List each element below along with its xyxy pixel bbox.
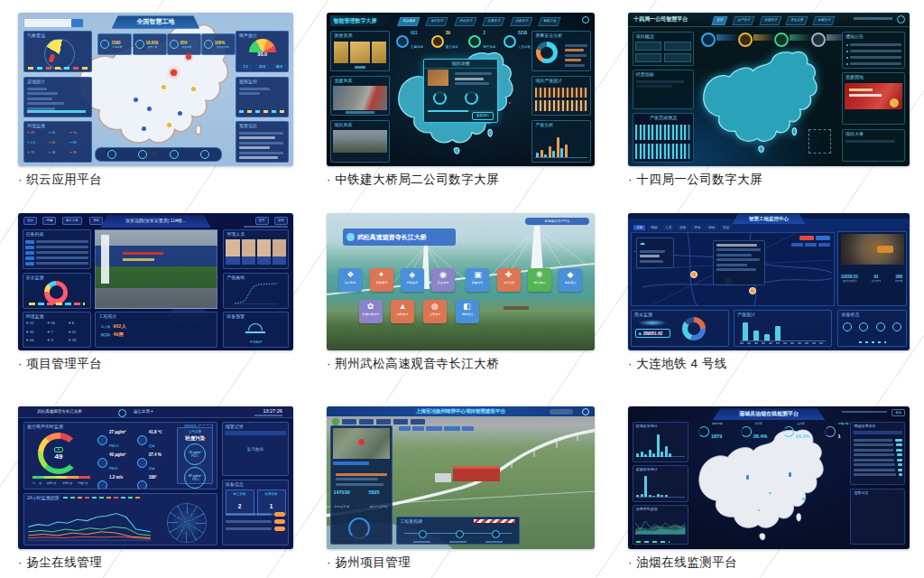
nav-tab[interactable]: 进度 [706, 225, 717, 230]
nav-tab[interactable]: 首页 [711, 16, 727, 25]
satellite-thumb[interactable] [333, 428, 389, 459]
nav-tab[interactable]: 质量管理 [482, 17, 504, 26]
rank-rows[interactable] [854, 436, 902, 479]
locate-icon[interactable] [170, 150, 179, 159]
nav-tab[interactable]: 视频 [648, 225, 660, 230]
search-pill[interactable] [550, 409, 574, 415]
app-tile[interactable]: ❋绿色施工 [528, 268, 551, 292]
dashboard-dust-thumbnail[interactable]: 武松高速观音寺长江大桥 扬尘监测 ▾ 13:27:26 扬尘噪声实时监测 良 4… [18, 406, 293, 549]
info-count-pill[interactable] [816, 236, 830, 240]
nav-tab[interactable] [411, 419, 425, 424]
view-button[interactable] [444, 426, 460, 431]
nav-tab[interactable]: 党建管理 [812, 16, 835, 25]
nav-tab[interactable] [359, 419, 374, 424]
dashboard-ztj-thumbnail[interactable]: 智能管理数字大屏 综合看板 项目管理 安全管理 质量管理 设备管理 智慧工地 6… [327, 13, 595, 166]
corner-badge[interactable]: 智慧建造管理平台 [525, 218, 589, 225]
map-marker-yellow[interactable] [162, 85, 166, 89]
nav-tab[interactable]: 安全 [720, 225, 732, 230]
settings-button[interactable]: 设置 [274, 217, 288, 226]
map-marker[interactable] [769, 492, 772, 495]
nav-button[interactable]: 首页 [23, 217, 37, 226]
logout-button[interactable]: 退出 [892, 409, 905, 416]
party-banner-image[interactable] [845, 83, 902, 109]
nav-tab[interactable]: 综合看板 [398, 17, 420, 26]
milestone-node[interactable] [492, 530, 500, 538]
menu-dropdown[interactable]: 扬尘监测 ▾ [134, 409, 153, 414]
map-marker-yellow[interactable] [191, 87, 196, 91]
nav-tab[interactable]: 总览 [633, 225, 645, 230]
layers-icon[interactable] [138, 150, 147, 159]
app-tile[interactable]: ✿机械设备管理 [359, 300, 383, 323]
nav-tab[interactable]: 设备 [677, 225, 688, 230]
map-marker[interactable] [802, 498, 805, 500]
app-tile[interactable]: ◧进度管控 [456, 300, 479, 323]
nav-tab[interactable]: 设备管理 [510, 17, 532, 26]
locate-button[interactable] [333, 461, 369, 466]
group-photo[interactable] [333, 86, 387, 110]
dashboard-yangzhou-thumbnail[interactable]: 上海宝冶扬州颐养中心项目智慧建造平台 [327, 406, 595, 549]
map-marker-blue[interactable] [134, 98, 138, 102]
tunnel-photo[interactable] [841, 234, 904, 265]
dashboard-pm-thumbnail[interactable]: 张家花园(张家安置房) 11#楼... 首页 承建 施工工具 资料 告警 设置 … [18, 213, 293, 350]
nav-tab[interactable]: 生产管理 [732, 16, 754, 25]
dashboard-fume-thumbnail[interactable]: 蒲城县油烟在线检测平台 退出 监测设备1879 超标率28.4% 在 [628, 406, 910, 549]
nav-tab[interactable] [376, 419, 391, 424]
alarm-rows[interactable] [854, 499, 902, 501]
app-tile[interactable]: ✦智慧梁场 [370, 268, 393, 292]
site-camera-photo[interactable] [95, 229, 217, 309]
search-icon[interactable] [71, 19, 84, 27]
view-button[interactable] [462, 426, 474, 431]
app-tile[interactable]: ❖项目总览 [338, 268, 362, 292]
site-marker[interactable] [690, 271, 698, 278]
pager-dots[interactable] [859, 341, 886, 344]
project-detail-modal[interactable]: 项目详情 查看详情 [423, 59, 498, 123]
nav-tab[interactable]: 环境 [691, 225, 703, 230]
nav-button[interactable]: 施工工具 [62, 217, 82, 226]
app-tile[interactable]: ▣质量管理 [466, 268, 489, 292]
view-button[interactable] [399, 426, 411, 431]
nav-tab[interactable]: 人员 [662, 225, 674, 230]
nav-tab[interactable]: 智慧工地 [539, 17, 561, 26]
nav-tab[interactable] [342, 419, 356, 424]
panel-events: 项目大事 [842, 129, 905, 162]
dashboard-sjy-thumbnail[interactable]: 十四局一公司智慧平台 首页 生产管理 经营管理 安全质量 党建管理 项目概况 [628, 13, 910, 166]
aerial-photo[interactable] [333, 130, 387, 153]
nav-button[interactable]: 资料 [89, 217, 103, 226]
nav-tab[interactable]: 安全质量 [786, 16, 808, 25]
map-marker-blue[interactable] [178, 111, 182, 116]
milestone-node[interactable] [456, 530, 464, 538]
site-marker[interactable] [749, 287, 756, 294]
map-marker-red[interactable] [186, 54, 191, 60]
staff-portraits[interactable] [226, 239, 286, 265]
app-tile[interactable]: ◍人车管理 [423, 300, 447, 323]
nav-tab[interactable]: 经营管理 [759, 16, 781, 25]
dashboard-dalian-thumbnail[interactable]: 智慧工地监控中心 总览 视频 人员 设备 环境 进度 安全 [628, 213, 910, 350]
carousel-dots[interactable] [355, 66, 366, 69]
app-tile[interactable]: ✚设计交底 [497, 268, 521, 292]
modal-detail-button[interactable]: 查看详情 [472, 112, 494, 120]
nav-button[interactable]: 承建 [42, 217, 56, 226]
alarm-button[interactable]: 告警 [255, 217, 269, 226]
map-marker[interactable] [789, 472, 791, 477]
nav-tab[interactable] [393, 419, 408, 424]
app-tile[interactable]: ◆视频监控 [559, 268, 582, 292]
dashboard-bridge-thumbnail[interactable]: 武松高速观音寺长江大桥 智慧建造管理平台 ❖项目总览 ✦智慧梁场 ◈构件跟踪 ◉… [327, 213, 595, 350]
view-button[interactable] [426, 426, 442, 431]
milestone-node[interactable] [419, 530, 427, 538]
app-tile[interactable]: ◉安全管理 [431, 268, 455, 292]
city-map[interactable]: ☁ [631, 232, 835, 306]
view-button[interactable] [412, 426, 424, 431]
nav-tab[interactable]: 安全管理 [454, 17, 476, 26]
panel-noise-dust-gauge: 噪声扬尘 30.0 7.2 21.6 46.8 [236, 31, 289, 72]
home-icon[interactable] [107, 150, 116, 159]
alarm-count-pill[interactable] [799, 236, 814, 240]
nav-tab[interactable]: 项目管理 [426, 17, 448, 26]
dashboard-zhiyun-thumbnail[interactable]: 全国智慧工地 1590工地总数 18,609在册人数 954设备总数 100%设… [18, 13, 293, 166]
refresh-icon[interactable] [200, 150, 209, 159]
app-tile[interactable]: ▲物料管理 [391, 300, 414, 323]
user-avatar-icon[interactable] [582, 16, 589, 23]
app-tile[interactable]: ◈构件跟踪 [401, 268, 424, 292]
task-list[interactable] [25, 238, 88, 267]
notice-list[interactable] [846, 42, 901, 69]
map-marker[interactable] [746, 475, 749, 480]
